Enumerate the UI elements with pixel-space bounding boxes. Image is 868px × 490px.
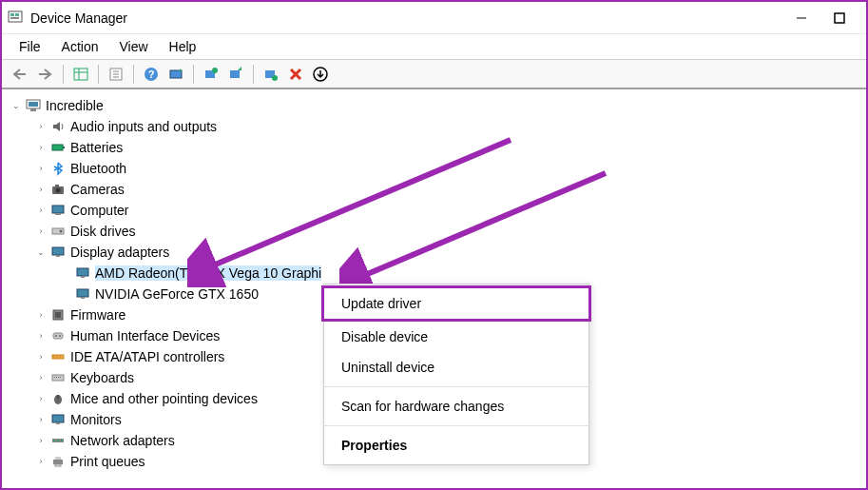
- no-expand: [59, 287, 72, 301]
- expand-icon[interactable]: ›: [34, 329, 48, 343]
- ctx-uninstall-device[interactable]: Uninstall device: [324, 352, 588, 382]
- no-expand: [59, 266, 72, 280]
- help-button[interactable]: ?: [140, 63, 163, 86]
- ctx-disable-device[interactable]: Disable device: [324, 322, 588, 352]
- menu-file[interactable]: File: [10, 37, 50, 56]
- expand-icon[interactable]: ›: [34, 371, 48, 384]
- uninstall-button[interactable]: [224, 63, 247, 86]
- menu-view[interactable]: View: [109, 37, 157, 56]
- svg-rect-31: [55, 213, 61, 215]
- context-menu: Update driver Disable device Uninstall d…: [323, 284, 589, 465]
- svg-rect-39: [81, 297, 85, 299]
- tree-label: Bluetooth: [70, 161, 126, 176]
- svg-rect-50: [54, 377, 55, 378]
- expand-icon[interactable]: ›: [34, 120, 48, 133]
- collapse-icon[interactable]: ⌄: [10, 99, 23, 112]
- expand-icon[interactable]: ›: [34, 434, 48, 447]
- disable-button[interactable]: [260, 63, 282, 86]
- monitor-icon: [49, 411, 67, 428]
- toolbar-separator: [63, 65, 64, 84]
- ide-icon: [49, 348, 67, 365]
- collapse-icon[interactable]: ⌄: [34, 245, 48, 259]
- svg-point-61: [61, 440, 63, 441]
- ctx-properties[interactable]: Properties: [324, 430, 588, 461]
- minimize-button[interactable]: [794, 10, 809, 26]
- delete-button[interactable]: [284, 63, 307, 86]
- tree-label: Monitors: [70, 412, 122, 427]
- svg-point-28: [56, 188, 61, 193]
- tree-item-display-adapters[interactable]: ⌄ Display adapters: [6, 242, 862, 263]
- svg-rect-23: [29, 102, 38, 107]
- toolbar-separator: [133, 65, 134, 84]
- expand-icon[interactable]: ›: [34, 225, 48, 238]
- expand-icon[interactable]: ›: [34, 183, 48, 196]
- ctx-scan[interactable]: Scan for hardware changes: [324, 391, 588, 421]
- back-button[interactable]: [10, 63, 32, 86]
- expand-icon[interactable]: ›: [34, 350, 48, 363]
- tree-item-audio[interactable]: › Audio inputs and outputs: [6, 116, 862, 137]
- computer-icon: [49, 202, 67, 219]
- tree-label: Human Interface Devices: [70, 328, 220, 343]
- svg-point-33: [60, 230, 63, 233]
- tree-label: Display adapters: [70, 245, 169, 260]
- tree-item-bluetooth[interactable]: › Bluetooth: [6, 158, 862, 179]
- enable-button[interactable]: [309, 63, 332, 86]
- menu-action[interactable]: Action: [52, 37, 108, 56]
- svg-rect-3: [10, 17, 19, 19]
- mouse-icon: [49, 390, 67, 407]
- svg-rect-2: [15, 13, 19, 16]
- svg-rect-30: [52, 206, 64, 213]
- device-manager-window: Device Manager File Action View Help ?: [0, 0, 868, 490]
- tree-label: Network adapters: [70, 433, 175, 448]
- expand-icon[interactable]: ›: [34, 392, 48, 405]
- tree-label: AMD Radeon(TM) RX Vega 10 Graphi: [95, 265, 321, 281]
- properties-button[interactable]: [105, 63, 127, 86]
- svg-point-43: [55, 335, 57, 337]
- show-hidden-button[interactable]: [69, 63, 92, 86]
- forward-button[interactable]: [34, 63, 57, 86]
- camera-icon: [49, 181, 67, 198]
- ctx-update-driver[interactable]: Update driver: [321, 285, 591, 322]
- update-driver-button[interactable]: [200, 63, 222, 86]
- svg-rect-52: [58, 377, 59, 378]
- tree-item-cameras[interactable]: › Cameras: [6, 179, 862, 200]
- tree-label: Audio inputs and outputs: [70, 119, 217, 134]
- expand-icon[interactable]: ›: [34, 204, 48, 217]
- tree-root[interactable]: ⌄ Incredible: [6, 95, 862, 116]
- svg-point-44: [59, 335, 61, 337]
- svg-rect-15: [170, 70, 182, 78]
- computer-icon: [25, 97, 42, 114]
- expand-icon[interactable]: ›: [34, 413, 48, 426]
- maximize-button[interactable]: [832, 10, 847, 26]
- tree-item-computer[interactable]: › Computer: [6, 200, 862, 221]
- expand-icon[interactable]: ›: [34, 141, 48, 154]
- svg-rect-6: [74, 69, 87, 80]
- firmware-icon: [49, 306, 67, 323]
- disk-icon: [49, 223, 67, 240]
- expand-icon[interactable]: ›: [34, 455, 48, 468]
- tree-item-disk-drives[interactable]: › Disk drives: [6, 221, 862, 242]
- expand-icon[interactable]: ›: [34, 162, 48, 175]
- toolbar: ?: [2, 59, 866, 89]
- display-icon: [74, 285, 91, 303]
- svg-rect-34: [52, 247, 64, 255]
- scan-button[interactable]: [164, 63, 187, 86]
- svg-rect-1: [10, 13, 14, 16]
- toolbar-separator: [253, 65, 254, 84]
- expand-icon[interactable]: ›: [34, 308, 48, 322]
- svg-rect-26: [63, 147, 65, 148]
- tree-item-batteries[interactable]: › Batteries: [6, 137, 862, 158]
- display-icon: [49, 244, 67, 261]
- printer-icon: [49, 453, 67, 470]
- svg-rect-37: [81, 276, 85, 278]
- display-icon: [74, 265, 91, 282]
- network-icon: [49, 432, 67, 449]
- svg-rect-63: [55, 457, 61, 460]
- tree-label: Computer: [70, 203, 128, 218]
- tree-item-amd-radeon[interactable]: AMD Radeon(TM) RX Vega 10 Graphi: [6, 263, 862, 284]
- menu-help[interactable]: Help: [160, 37, 206, 56]
- ctx-separator: [324, 386, 588, 387]
- tree-label: Mice and other pointing devices: [70, 391, 258, 406]
- svg-rect-25: [52, 145, 63, 150]
- svg-rect-35: [56, 255, 60, 257]
